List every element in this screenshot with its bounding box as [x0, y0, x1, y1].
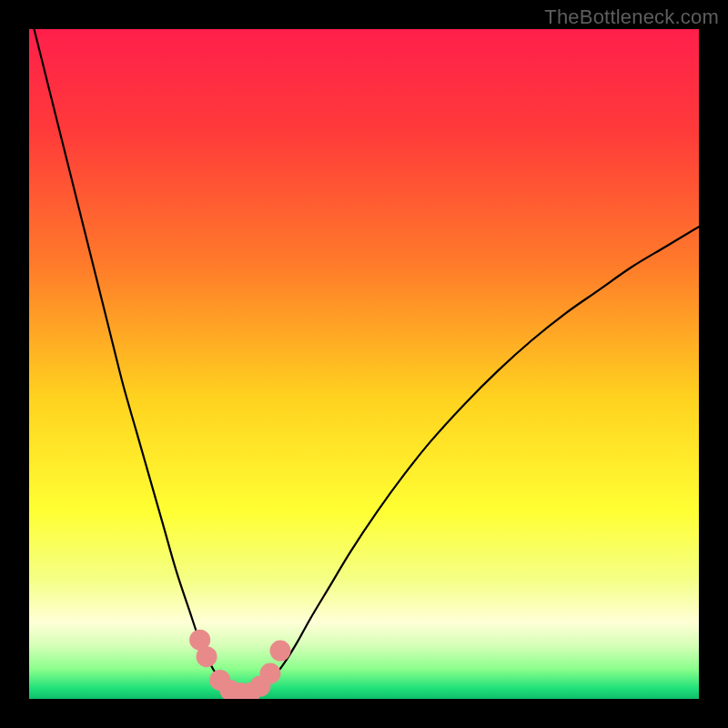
gradient-background: [29, 29, 699, 699]
plot-area: [29, 29, 699, 699]
watermark-text: TheBottleneck.com: [544, 5, 719, 29]
chart-frame: TheBottleneck.com: [0, 0, 728, 728]
marker-dot: [270, 641, 291, 662]
marker-dot: [259, 663, 280, 684]
bottleneck-chart: [29, 29, 699, 699]
marker-dot: [197, 646, 217, 667]
